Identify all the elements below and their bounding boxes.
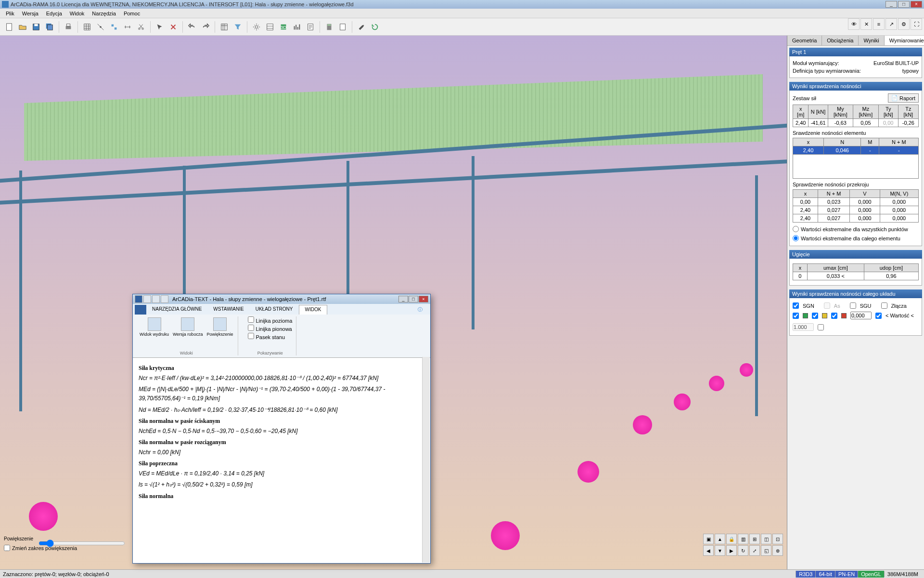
floatwin-minimize[interactable]: _ <box>398 296 408 302</box>
view-right[interactable]: ▶ <box>726 545 737 556</box>
select-button[interactable] <box>154 21 166 33</box>
view-btn[interactable]: ▥ <box>738 534 748 544</box>
arrow-icon[interactable]: ↗ <box>886 18 897 30</box>
value-min-input[interactable] <box>850 312 872 319</box>
dim-button[interactable] <box>121 21 134 33</box>
print-button[interactable] <box>62 21 75 33</box>
qat-redo[interactable] <box>161 295 168 303</box>
ribbon-tab-wstawianie[interactable]: WSTAWIANIE <box>207 305 249 315</box>
wersja-robocza-button[interactable]: Wersja robocza <box>172 316 204 338</box>
table-row[interactable]: 2,400,0270,0000,000 <box>793 214 919 223</box>
save-button[interactable] <box>30 21 42 33</box>
linijka-pionowa-checkbox[interactable] <box>248 325 254 331</box>
powiekszenie-button[interactable]: Powiększenie <box>205 316 234 338</box>
close-button[interactable]: × <box>911 1 922 8</box>
menu-edycja[interactable]: Edycja <box>42 10 66 17</box>
chart-button[interactable] <box>291 21 303 33</box>
help-icon[interactable]: ⓘ <box>412 305 428 315</box>
raport-button[interactable]: 📄 Raport <box>888 93 919 103</box>
cut-button[interactable] <box>135 21 147 33</box>
table-row[interactable]: 0,000,0230,0000,000 <box>793 198 919 206</box>
report-button[interactable] <box>304 21 317 33</box>
linijka-pozioma-checkbox[interactable] <box>248 316 254 323</box>
open-button[interactable] <box>16 21 29 33</box>
qat-menu[interactable] <box>135 295 142 303</box>
delete-button[interactable] <box>167 21 180 33</box>
tab-obciazenia[interactable]: Obciążenia <box>822 36 859 45</box>
view-down[interactable]: ▼ <box>715 545 725 556</box>
expand-icon[interactable]: ⛶ <box>911 18 922 30</box>
color1-checkbox[interactable] <box>793 313 799 319</box>
new-button[interactable] <box>3 21 15 33</box>
3d-button[interactable]: 3D <box>277 21 290 33</box>
minimize-button[interactable]: _ <box>886 1 897 8</box>
list-button[interactable] <box>336 21 349 33</box>
view-up[interactable]: ▲ <box>715 534 725 544</box>
view-btn[interactable]: ↻ <box>738 545 748 556</box>
widok-wydruku-button[interactable]: Widok wydruku <box>139 316 170 338</box>
zlacza-checkbox[interactable] <box>881 302 887 309</box>
settings-icon[interactable]: ⚙ <box>898 18 910 30</box>
table-button[interactable] <box>264 21 276 33</box>
lines-icon[interactable]: ≡ <box>873 18 885 30</box>
maximize-button[interactable]: □ <box>898 1 910 8</box>
view-btn[interactable]: ⊕ <box>772 545 783 556</box>
menu-pomoc[interactable]: Pomoc <box>120 10 144 17</box>
qat-undo[interactable] <box>152 295 160 303</box>
view-lock[interactable]: 🔒 <box>726 534 737 544</box>
view-left[interactable]: ◀ <box>703 545 714 556</box>
max-checkbox[interactable] <box>818 324 824 330</box>
view-btn[interactable]: ◱ <box>761 545 771 556</box>
sgn-checkbox[interactable] <box>793 302 799 309</box>
filter-button[interactable] <box>231 21 244 33</box>
view-btn[interactable]: ◫ <box>761 534 771 544</box>
wrench-button[interactable] <box>355 21 368 33</box>
tool-button[interactable] <box>108 21 120 33</box>
table-row[interactable]: 0 0,033 < 0,96 <box>793 272 919 280</box>
menu-widok[interactable]: Widok <box>66 10 89 17</box>
arcadia-text-window[interactable]: ArCADia-TEXT - Hala - słupy zmienne - wi… <box>132 294 431 564</box>
table-row-selected[interactable]: 2,40 0,046 - - <box>793 146 919 155</box>
doc-scrollbar[interactable] <box>422 357 430 563</box>
ribbon-tab-uklad[interactable]: UKŁAD STRONY <box>250 305 299 315</box>
ribbon-tab-narzedzia[interactable]: NARZĘDZIA GŁÓWNE <box>146 305 207 315</box>
snap-button[interactable] <box>94 21 107 33</box>
grid-button[interactable] <box>81 21 93 33</box>
view-btn[interactable]: ⊞ <box>749 534 760 544</box>
refresh-button[interactable] <box>369 21 381 33</box>
saveall-button[interactable] <box>43 21 56 33</box>
range-checkbox[interactable] <box>875 313 882 319</box>
undo-button[interactable] <box>186 21 198 33</box>
ribbon-file-tab[interactable] <box>135 305 146 315</box>
calc-button[interactable] <box>218 21 231 33</box>
floatwin-titlebar[interactable]: ArCADia-TEXT - Hala - słupy zmienne - wi… <box>133 294 430 304</box>
floatwin-maximize[interactable]: □ <box>409 296 418 302</box>
sgu-checkbox[interactable] <box>850 302 856 309</box>
menu-narzedzia[interactable]: Narzędzia <box>88 10 120 17</box>
menu-wersja[interactable]: Wersja <box>18 10 42 17</box>
color3-checkbox[interactable] <box>831 313 837 319</box>
value-max-input[interactable] <box>793 323 814 331</box>
gear-button[interactable] <box>250 21 263 33</box>
view-btn[interactable]: ▣ <box>703 534 714 544</box>
color2-checkbox[interactable] <box>812 313 818 319</box>
tab-geometria[interactable]: Geometria <box>787 36 822 45</box>
eye-icon[interactable]: 👁 <box>848 18 860 30</box>
menu-plik[interactable]: Plik <box>2 10 18 17</box>
qat-save[interactable] <box>143 295 151 303</box>
radio-whole-element[interactable] <box>793 235 799 241</box>
floatwin-close[interactable]: × <box>419 296 428 302</box>
zoom-range-checkbox[interactable] <box>4 545 10 551</box>
tab-wyniki[interactable]: Wyniki <box>859 36 884 45</box>
ribbon-tab-widok[interactable]: WIDOK <box>299 305 328 315</box>
table-row[interactable]: 2,400,0270,0000,000 <box>793 206 919 214</box>
redo-button[interactable] <box>199 21 212 33</box>
cross-icon[interactable]: ✕ <box>860 18 872 30</box>
tab-wymiarowanie[interactable]: Wymiarowanie <box>885 36 924 45</box>
view-btn[interactable]: ⤢ <box>749 545 760 556</box>
calc2-button[interactable] <box>323 21 335 33</box>
radio-all-points[interactable] <box>793 226 799 232</box>
document-content[interactable]: Siła krytyczna Ncr = π²·E·Ieff / (kw·dLe… <box>133 358 430 563</box>
pasek-stanu-checkbox[interactable] <box>248 333 254 339</box>
view-btn[interactable]: ⊡ <box>772 534 783 544</box>
